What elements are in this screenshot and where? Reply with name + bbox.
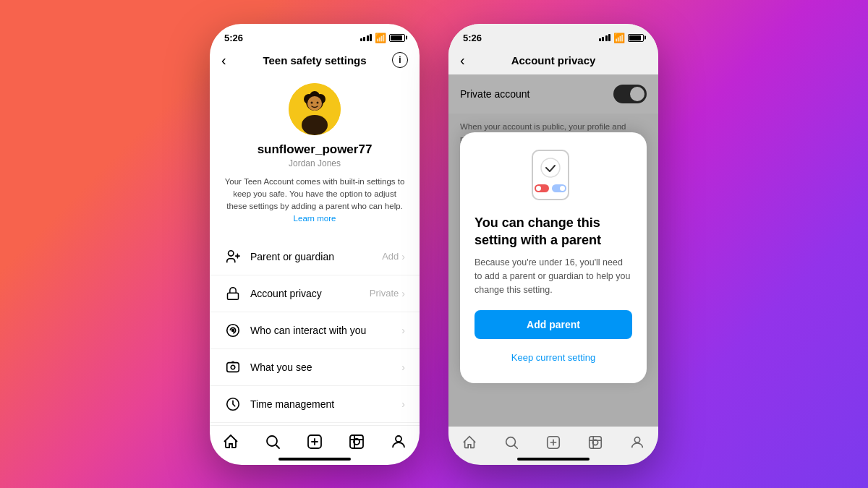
wifi-icon-right: 📶 [613, 33, 625, 43]
left-phone: 5:26 📶 ‹ Teen safety settings i [210, 24, 420, 465]
profile-tab[interactable] [390, 433, 407, 450]
svg-point-27 [634, 437, 639, 442]
time-left: 5:26 [224, 33, 243, 43]
menu-label-time: Time management [250, 398, 399, 410]
signal-icon-right [599, 34, 611, 41]
status-bar-left: 5:26 📶 [210, 24, 420, 46]
svg-point-6 [307, 96, 322, 111]
right-phone-content: Private account When your account is pub… [448, 74, 658, 427]
home-tab[interactable] [222, 433, 239, 450]
modal-overlay: You can change this setting with a paren… [448, 74, 658, 427]
svg-rect-15 [231, 361, 234, 362]
svg-point-8 [317, 101, 319, 103]
status-icons-left: 📶 [360, 33, 406, 43]
battery-icon-right [628, 34, 644, 42]
status-icons-right: 📶 [599, 33, 644, 43]
chevron-privacy: › [401, 288, 405, 299]
tab-bar-right [448, 427, 658, 455]
menu-label-privacy: Account privacy [250, 288, 370, 299]
add-tab-right[interactable] [545, 435, 561, 450]
svg-point-2 [302, 115, 328, 135]
nav-title-left: Teen safety settings [263, 54, 366, 67]
svg-point-14 [231, 365, 235, 369]
svg-point-7 [311, 101, 313, 103]
tab-bar-left [210, 425, 420, 455]
chevron-time: › [401, 398, 405, 410]
menu-list: Parent or guardian Add › Account privacy… [210, 239, 420, 423]
menu-item-see[interactable]: What you see › [210, 349, 420, 386]
reels-tab-right[interactable] [587, 435, 603, 450]
svg-point-12 [232, 329, 234, 331]
svg-point-21 [396, 436, 401, 442]
back-button-left[interactable]: ‹ [221, 52, 226, 69]
menu-label-see: What you see [250, 361, 399, 373]
svg-point-22 [541, 158, 560, 177]
keep-current-button[interactable]: Keep current setting [475, 346, 632, 369]
svg-rect-13 [227, 362, 239, 372]
avatar-svg [289, 83, 341, 135]
profile-section: sunflower_power77 Jordan Jones Your Teen… [210, 74, 420, 231]
menu-label-parent: Parent or guardian [250, 251, 382, 262]
svg-point-9 [229, 250, 234, 255]
add-parent-button[interactable]: Add parent [475, 310, 632, 339]
learn-more-link[interactable]: Learn more [294, 214, 336, 223]
chevron-see: › [401, 361, 405, 373]
profile-username: sunflower_power77 [258, 142, 373, 157]
clock-icon [224, 395, 242, 413]
home-indicator-left [278, 458, 351, 461]
status-bar-right: 5:26 📶 [448, 24, 658, 46]
nav-bar-right: ‹ Account privacy [448, 46, 658, 74]
home-indicator-right [517, 458, 590, 461]
modal-phone-graphic [532, 150, 575, 203]
add-tab[interactable] [306, 433, 323, 450]
nav-bar-left: ‹ Teen safety settings i [210, 46, 420, 74]
menu-item-time[interactable]: Time management › [210, 386, 420, 423]
modal-description: Because you're under 16, you'll need to … [475, 256, 632, 296]
battery-icon [389, 34, 405, 42]
right-phone: 5:26 📶 ‹ Account privacy Private account [448, 24, 658, 465]
chevron-parent: › [401, 251, 405, 262]
modal-card: You can change this setting with a paren… [460, 132, 647, 382]
chevron-interact: › [401, 325, 405, 336]
menu-item-parent[interactable]: Parent or guardian Add › [210, 239, 420, 275]
left-phone-content: sunflower_power77 Jordan Jones Your Teen… [210, 74, 420, 425]
wifi-icon: 📶 [375, 33, 386, 43]
signal-icon [360, 34, 373, 41]
interact-icon [224, 322, 242, 339]
profile-tab-right[interactable] [629, 435, 645, 450]
svg-rect-25 [590, 436, 602, 448]
info-button-left[interactable]: i [392, 52, 408, 68]
time-right: 5:26 [463, 33, 482, 43]
menu-value-parent: Add [382, 251, 399, 262]
eye-icon [224, 359, 242, 376]
menu-label-interact: Who can interact with you [250, 325, 399, 336]
lock-icon [224, 285, 242, 302]
parent-icon [224, 248, 242, 265]
home-tab-right[interactable] [461, 435, 477, 450]
menu-item-privacy[interactable]: Account privacy Private › [210, 275, 420, 312]
menu-item-interact[interactable]: Who can interact with you › [210, 312, 420, 349]
svg-rect-19 [350, 435, 363, 448]
nav-title-right: Account privacy [511, 54, 596, 67]
profile-name: Jordan Jones [289, 158, 341, 168]
modal-icon-area [475, 150, 632, 203]
svg-rect-10 [228, 293, 239, 299]
profile-description: Your Teen Account comes with built-in se… [224, 176, 405, 226]
menu-value-privacy: Private [370, 288, 399, 299]
search-tab[interactable] [264, 433, 281, 450]
search-tab-right[interactable] [503, 435, 519, 450]
back-button-right[interactable]: ‹ [460, 52, 465, 69]
checkmark-icon [540, 158, 561, 178]
reels-tab[interactable] [348, 433, 365, 450]
modal-title: You can change this setting with a paren… [475, 215, 632, 249]
avatar [289, 83, 341, 135]
